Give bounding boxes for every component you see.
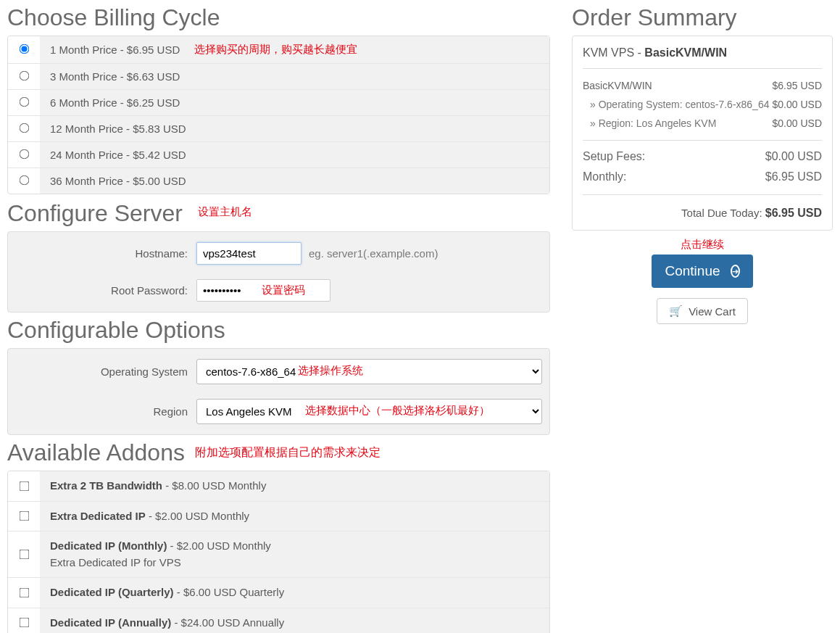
billing-radio-1m[interactable] <box>19 44 29 54</box>
rootpw-input[interactable] <box>196 279 330 302</box>
continue-button[interactable]: Continue ➔ <box>652 255 753 288</box>
order-summary-title: Order Summary <box>572 4 833 31</box>
addons-panel: Extra 2 TB Bandwidth - $8.00 USD Monthly… <box>7 471 550 633</box>
arrow-right-icon: ➔ <box>731 265 740 278</box>
billing-radio-36m[interactable] <box>19 175 29 186</box>
summary-line-product: BasicKVM/WIN$6.95 USD <box>583 76 822 95</box>
addon-check-ip-annually[interactable] <box>19 618 29 628</box>
billing-radio-12m[interactable] <box>19 123 29 133</box>
addon-check-ip-monthly[interactable] <box>19 550 29 560</box>
billing-label-1m[interactable]: 1 Month Price - $6.95 USD 选择购买的周期，购买越长越便… <box>40 36 549 63</box>
hostname-label: Hostname: <box>15 247 196 260</box>
region-label: Region <box>15 405 196 418</box>
order-summary-panel: KVM VPS - BasicKVM/WIN BasicKVM/WIN$6.95… <box>572 36 833 231</box>
billing-label-3m[interactable]: 3 Month Price - $6.63 USD <box>40 64 549 89</box>
summary-total: Total Due Today: $6.95 USD <box>583 201 822 220</box>
view-cart-button[interactable]: 🛒 View Cart <box>657 298 748 324</box>
billing-annotation: 选择购买的周期，购买越长越便宜 <box>194 43 357 57</box>
configurable-options-title: Configurable Options <box>7 317 550 344</box>
configurable-options-panel: Operating System centos-7.6-x86_64 选择操作系… <box>7 348 550 435</box>
hostname-input[interactable] <box>196 242 302 265</box>
addon-label-ip-monthly[interactable]: Dedicated IP (Monthly) - $2.00 USD Month… <box>40 531 549 577</box>
addon-label-extra-ip[interactable]: Extra Dedicated IP - $2.00 USD Monthly <box>40 502 549 531</box>
summary-monthly: Monthly:$6.95 USD <box>583 167 822 187</box>
addon-check-extra-ip[interactable] <box>19 511 29 521</box>
billing-cycle-panel: 1 Month Price - $6.95 USD 选择购买的周期，购买越长越便… <box>7 36 550 194</box>
region-select[interactable]: Los Angeles KVM <box>196 399 542 424</box>
billing-label-12m[interactable]: 12 Month Price - $5.83 USD <box>40 116 549 141</box>
cart-icon: 🛒 <box>669 305 683 318</box>
addon-check-ip-quarterly[interactable] <box>19 587 29 597</box>
addon-check-bandwidth[interactable] <box>19 481 29 491</box>
configure-server-title: Configure Server <box>7 200 550 227</box>
billing-radio-6m[interactable] <box>19 97 29 107</box>
billing-cycle-title: Choose Billing Cycle <box>7 4 550 31</box>
summary-product: KVM VPS - BasicKVM/WIN <box>583 46 822 69</box>
os-select[interactable]: centos-7.6-x86_64 <box>196 359 542 384</box>
addon-label-ip-annually[interactable]: Dedicated IP (Annually) - $24.00 USD Ann… <box>40 608 549 634</box>
billing-label-6m[interactable]: 6 Month Price - $6.25 USD <box>40 90 549 115</box>
summary-setup-fees: Setup Fees:$0.00 USD <box>583 146 822 167</box>
addons-title: Available Addons 附加选项配置根据自己的需求来决定 <box>7 439 550 466</box>
addons-annotation: 附加选项配置根据自己的需求来决定 <box>195 445 381 460</box>
configure-server-panel: Hostname: eg. server1(.example.com) Root… <box>7 231 550 313</box>
summary-line-os: Operating System: centos-7.6-x86_64$0.00… <box>583 95 822 114</box>
addon-label-ip-quarterly[interactable]: Dedicated IP (Quarterly) - $6.00 USD Qua… <box>40 578 549 608</box>
os-label: Operating System <box>15 365 196 378</box>
billing-label-24m[interactable]: 24 Month Price - $5.42 USD <box>40 142 549 167</box>
addon-label-bandwidth[interactable]: Extra 2 TB Bandwidth - $8.00 USD Monthly <box>40 471 549 501</box>
billing-label-36m[interactable]: 36 Month Price - $5.00 USD <box>40 168 549 194</box>
billing-radio-3m[interactable] <box>19 71 29 81</box>
hostname-hint: eg. server1(.example.com) <box>309 247 438 260</box>
billing-radio-24m[interactable] <box>19 149 29 160</box>
summary-line-region: Region: Los Angeles KVM$0.00 USD <box>583 114 822 133</box>
continue-annotation: 点击继续 <box>572 238 833 252</box>
rootpw-label: Root Password: <box>15 284 196 297</box>
